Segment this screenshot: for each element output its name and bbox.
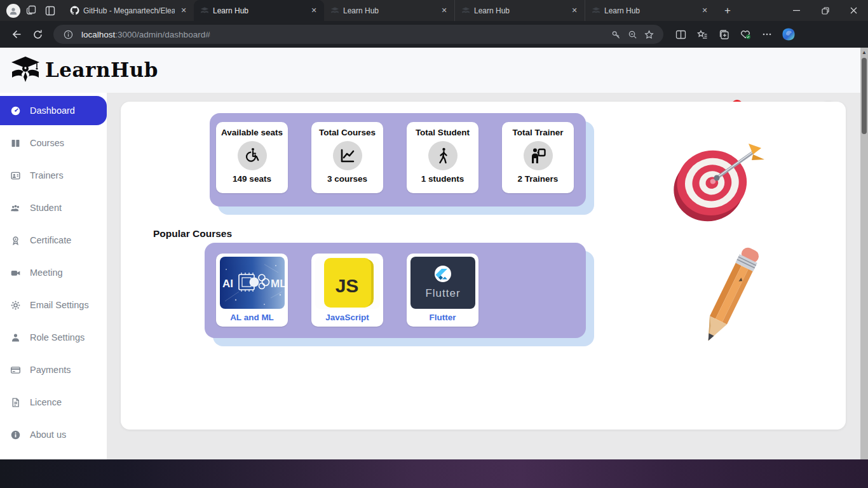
close-window-button[interactable] [839,0,868,21]
back-icon[interactable] [5,24,27,44]
desktop: GitHub - Meganartech/Elea ✕ Learn Hub ✕ … [0,0,868,488]
browser-profile-icon [6,4,20,18]
favorites-hub-icon[interactable] [691,24,713,44]
window-controls [782,0,868,21]
sidebar-item-licence[interactable]: Licence [0,388,107,417]
restore-button[interactable] [811,0,839,21]
wheelchair-icon [238,141,267,170]
tab-learnhub[interactable]: Learn Hub ✕ [324,0,454,21]
course-image-ai-ml: AI ML [220,257,285,309]
site-info-icon[interactable] [60,26,76,43]
tab-learnhub[interactable]: Learn Hub ✕ [585,0,715,21]
collections-icon[interactable] [713,24,735,44]
sidebar-item-label: Email Settings [30,300,89,310]
students-icon [10,202,21,214]
stat-value: 3 courses [327,174,367,184]
tab-learnhub-active[interactable]: Learn Hub ✕ [194,0,324,21]
tab-strip: GitHub - Meganartech/Elea ✕ Learn Hub ✕ … [64,0,715,21]
more-menu-icon[interactable] [756,24,778,44]
sidebar-item-about-us[interactable]: About us [0,420,107,449]
stat-title: Total Student [416,128,470,137]
url-host: localhost [81,30,115,39]
sidebar-item-meeting[interactable]: Meeting [0,258,107,287]
tab-title: GitHub - Meganartech/Elea [83,6,175,15]
sidebar-item-email-settings[interactable]: Email Settings [0,290,107,320]
sidebar-item-label: Trainers [30,170,64,180]
workspaces-icon[interactable] [22,3,41,19]
pencil-illustration [691,234,768,361]
course-label: JavaScript [325,313,369,322]
browser-essentials-icon[interactable] [735,24,756,44]
tab-close-icon[interactable]: ✕ [569,6,580,16]
page-scrollbar[interactable]: ▲ [860,48,868,459]
zoom-out-icon[interactable] [624,26,641,43]
favorite-star-icon[interactable] [641,26,657,43]
browser-toolbar: localhost:3000/admin/dashboard# [0,21,868,48]
stat-value: 1 students [421,174,465,184]
url-path: :3000/admin/dashboard# [115,30,210,39]
ai-text: AI [222,278,233,290]
sidebar-item-label: Certificate [30,235,71,245]
brand: LearnHub [10,54,158,86]
course-card-flutter[interactable]: Flutter Flutter [407,254,478,327]
tab-actions-icon[interactable] [41,3,60,19]
tab-close-icon[interactable]: ✕ [179,6,189,16]
tab-learnhub[interactable]: Learn Hub ✕ [454,0,585,21]
licence-file-icon [10,396,21,408]
scrollbar-up-arrow-icon[interactable]: ▲ [860,49,868,57]
dart-target-illustration [661,137,766,229]
learnhub-favicon [592,6,600,15]
sidebar-item-label: Payments [30,365,71,375]
copilot-icon[interactable] [778,24,799,44]
stat-title: Total Trainer [512,128,563,137]
scrollbar-thumb[interactable] [862,58,867,134]
sidebar-item-dashboard[interactable]: Dashboard [0,96,107,125]
course-card-javascript[interactable]: JS JavaScript [311,254,383,327]
stat-card-total-student: Total Student 1 students [407,122,478,193]
taskbar: Search [0,459,868,488]
course-label: Flutter [430,313,456,322]
sidebar-item-trainers[interactable]: Trainers [0,161,107,190]
password-key-icon[interactable] [607,26,624,43]
sidebar-item-label: Role Settings [30,332,85,342]
tab-close-icon[interactable]: ✕ [439,6,449,16]
app-header: LearnHub 2 Admin [0,48,868,93]
tab-title: Learn Hub [474,6,566,15]
person-icon [10,332,21,343]
github-favicon [70,6,79,15]
sidebar-item-label: Courses [30,138,64,148]
meeting-icon [10,267,21,278]
url-text[interactable]: localhost:3000/admin/dashboard# [81,30,607,39]
stat-card-total-trainer: Total Trainer 2 Trainers [502,122,574,193]
sidebar-item-payments[interactable]: Payments [0,355,107,384]
sidebar-item-role-settings[interactable]: Role Settings [0,323,107,352]
certificate-icon [10,234,21,246]
address-bar[interactable]: localhost:3000/admin/dashboard# [53,25,663,44]
trainers-icon [10,170,21,181]
ml-text: ML [271,278,285,290]
stat-card-available-seats: Available seats 149 seats [216,122,288,193]
tab-github[interactable]: GitHub - Meganartech/Elea ✕ [64,0,194,21]
tab-title: Learn Hub [343,6,435,15]
tab-close-icon[interactable]: ✕ [700,6,710,16]
stat-title: Total Courses [319,128,376,137]
browser-titlebar: GitHub - Meganartech/Elea ✕ Learn Hub ✕ … [0,0,868,21]
new-tab-button[interactable]: + [719,2,736,20]
sidebar-item-certificate[interactable]: Certificate [0,226,107,255]
tab-close-icon[interactable]: ✕ [309,6,319,16]
js-text: JS [335,275,358,296]
sidebar-item-label: Licence [30,397,62,407]
course-image-javascript: JS [315,257,380,309]
browser-profile-button[interactable] [5,3,22,19]
stats-panel: Available seats 149 seats Total Courses … [210,113,586,207]
sidebar-item-student[interactable]: Student [0,193,107,222]
learnhub-favicon [200,6,209,15]
course-image-flutter: Flutter [410,257,475,309]
split-screen-icon[interactable] [670,24,691,44]
minimize-button[interactable] [782,0,811,21]
sidebar-item-courses[interactable]: Courses [0,128,107,158]
course-card-al-and-ml[interactable]: AI ML AL and ML [216,254,288,327]
sidebar-item-label: Student [30,203,62,213]
refresh-icon[interactable] [27,24,48,44]
stat-card-total-courses: Total Courses 3 courses [311,122,383,193]
